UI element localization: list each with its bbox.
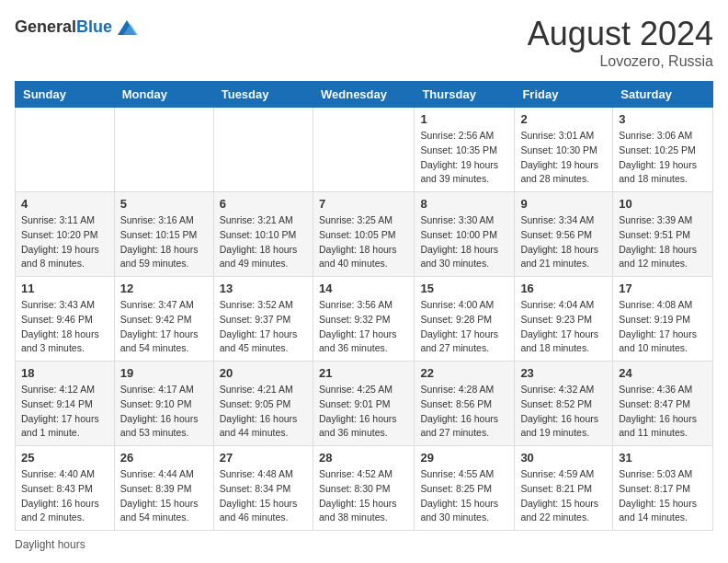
day-info: Sunrise: 4:00 AMSunset: 9:28 PMDaylight:… (420, 298, 508, 356)
day-info: Sunrise: 3:21 AMSunset: 10:10 PMDaylight… (220, 213, 307, 271)
day-info: Sunrise: 2:56 AMSunset: 10:35 PMDaylight… (420, 129, 508, 187)
day-info: Sunrise: 4:44 AMSunset: 8:39 PMDaylight:… (120, 467, 208, 525)
calendar-cell: 14Sunrise: 3:56 AMSunset: 9:32 PMDayligh… (313, 277, 414, 362)
day-number: 31 (619, 451, 707, 465)
day-number: 1 (420, 112, 508, 126)
logo-general-text: General (15, 17, 76, 36)
calendar-cell: 7Sunrise: 3:25 AMSunset: 10:05 PMDayligh… (313, 192, 414, 277)
calendar-cell: 3Sunrise: 3:06 AMSunset: 10:25 PMDayligh… (613, 108, 713, 192)
day-number: 12 (120, 282, 208, 295)
day-number: 10 (619, 197, 707, 211)
calendar-cell: 16Sunrise: 4:04 AMSunset: 9:23 PMDayligh… (515, 277, 613, 362)
day-number: 25 (21, 451, 108, 465)
day-number: 9 (520, 197, 607, 211)
day-info: Sunrise: 3:16 AMSunset: 10:15 PMDaylight… (120, 213, 208, 271)
calendar-cell: 22Sunrise: 4:28 AMSunset: 8:56 PMDayligh… (415, 362, 515, 446)
calendar-table: SundayMondayTuesdayWednesdayThursdayFrid… (15, 81, 713, 531)
day-info: Sunrise: 3:39 AMSunset: 9:51 PMDaylight:… (619, 213, 707, 271)
day-info: Sunrise: 4:17 AMSunset: 9:10 PMDaylight:… (120, 383, 208, 441)
day-number: 13 (220, 282, 307, 295)
calendar-cell: 30Sunrise: 4:59 AMSunset: 8:21 PMDayligh… (515, 446, 613, 531)
calendar-cell (313, 108, 414, 192)
title-block: August 2024 Lovozero, Russia (528, 15, 713, 70)
day-number: 7 (319, 197, 408, 211)
day-info: Sunrise: 4:52 AMSunset: 8:30 PMDaylight:… (319, 467, 408, 525)
day-number: 23 (520, 366, 607, 380)
calendar-cell: 19Sunrise: 4:17 AMSunset: 9:10 PMDayligh… (114, 362, 213, 446)
day-number: 22 (420, 366, 508, 380)
day-number: 21 (319, 366, 408, 380)
day-number: 16 (520, 282, 607, 295)
day-info: Sunrise: 4:21 AMSunset: 9:05 PMDaylight:… (220, 383, 307, 441)
calendar-cell: 24Sunrise: 4:36 AMSunset: 8:47 PMDayligh… (613, 362, 713, 446)
calendar-cell: 29Sunrise: 4:55 AMSunset: 8:25 PMDayligh… (415, 446, 515, 531)
day-info: Sunrise: 4:28 AMSunset: 8:56 PMDaylight:… (420, 383, 508, 441)
col-header-friday: Friday (515, 82, 613, 108)
week-row-1: 1Sunrise: 2:56 AMSunset: 10:35 PMDayligh… (16, 108, 713, 192)
day-info: Sunrise: 4:08 AMSunset: 9:19 PMDaylight:… (619, 298, 707, 356)
calendar-cell: 25Sunrise: 4:40 AMSunset: 8:43 PMDayligh… (16, 446, 115, 531)
calendar-cell: 26Sunrise: 4:44 AMSunset: 8:39 PMDayligh… (114, 446, 213, 531)
day-info: Sunrise: 4:59 AMSunset: 8:21 PMDaylight:… (520, 467, 607, 525)
day-info: Sunrise: 3:47 AMSunset: 9:42 PMDaylight:… (120, 298, 208, 356)
month-year: August 2024 (528, 15, 713, 53)
calendar-cell: 10Sunrise: 3:39 AMSunset: 9:51 PMDayligh… (613, 192, 713, 277)
location: Lovozero, Russia (528, 53, 713, 70)
col-header-monday: Monday (114, 82, 213, 108)
calendar-cell (213, 108, 313, 192)
day-number: 17 (619, 282, 707, 295)
calendar-cell: 23Sunrise: 4:32 AMSunset: 8:52 PMDayligh… (515, 362, 613, 446)
day-number: 15 (420, 282, 508, 295)
day-number: 14 (319, 282, 408, 295)
calendar-cell: 28Sunrise: 4:52 AMSunset: 8:30 PMDayligh… (313, 446, 414, 531)
calendar-cell: 2Sunrise: 3:01 AMSunset: 10:30 PMDayligh… (515, 108, 613, 192)
day-info: Sunrise: 3:34 AMSunset: 9:56 PMDaylight:… (520, 213, 607, 271)
day-number: 5 (120, 197, 208, 211)
day-number: 24 (619, 366, 707, 380)
col-header-sunday: Sunday (16, 82, 115, 108)
day-number: 3 (619, 112, 707, 126)
day-info: Sunrise: 5:03 AMSunset: 8:17 PMDaylight:… (619, 467, 707, 525)
day-info: Sunrise: 3:06 AMSunset: 10:25 PMDaylight… (619, 129, 707, 187)
day-info: Sunrise: 3:43 AMSunset: 9:46 PMDaylight:… (21, 298, 108, 356)
day-info: Sunrise: 4:12 AMSunset: 9:14 PMDaylight:… (21, 383, 108, 441)
day-info: Sunrise: 3:25 AMSunset: 10:05 PMDaylight… (319, 213, 408, 271)
logo: GeneralBlue (15, 15, 140, 40)
calendar-cell: 20Sunrise: 4:21 AMSunset: 9:05 PMDayligh… (213, 362, 313, 446)
day-info: Sunrise: 3:52 AMSunset: 9:37 PMDaylight:… (220, 298, 307, 356)
col-header-tuesday: Tuesday (213, 82, 313, 108)
day-number: 18 (21, 366, 108, 380)
page-header: GeneralBlue August 2024 Lovozero, Russia (15, 15, 713, 70)
day-number: 19 (120, 366, 208, 380)
calendar-cell: 15Sunrise: 4:00 AMSunset: 9:28 PMDayligh… (415, 277, 515, 362)
calendar-cell (16, 108, 115, 192)
calendar-cell: 13Sunrise: 3:52 AMSunset: 9:37 PMDayligh… (213, 277, 313, 362)
footer: Daylight hours (15, 538, 713, 551)
day-number: 26 (120, 451, 208, 465)
calendar-cell: 31Sunrise: 5:03 AMSunset: 8:17 PMDayligh… (613, 446, 713, 531)
day-info: Sunrise: 4:04 AMSunset: 9:23 PMDaylight:… (520, 298, 607, 356)
col-header-saturday: Saturday (613, 82, 713, 108)
calendar-cell: 4Sunrise: 3:11 AMSunset: 10:20 PMDayligh… (16, 192, 115, 277)
day-info: Sunrise: 3:01 AMSunset: 10:30 PMDaylight… (520, 129, 607, 187)
calendar-cell: 27Sunrise: 4:48 AMSunset: 8:34 PMDayligh… (213, 446, 313, 531)
logo-blue-text: Blue (76, 17, 112, 36)
calendar-header-row: SundayMondayTuesdayWednesdayThursdayFrid… (16, 82, 713, 108)
day-number: 6 (220, 197, 307, 211)
day-number: 11 (21, 282, 108, 295)
day-number: 28 (319, 451, 408, 465)
day-info: Sunrise: 4:36 AMSunset: 8:47 PMDaylight:… (619, 383, 707, 441)
col-header-wednesday: Wednesday (313, 82, 414, 108)
calendar-cell: 17Sunrise: 4:08 AMSunset: 9:19 PMDayligh… (613, 277, 713, 362)
day-info: Sunrise: 4:48 AMSunset: 8:34 PMDaylight:… (220, 467, 307, 525)
week-row-4: 18Sunrise: 4:12 AMSunset: 9:14 PMDayligh… (16, 362, 713, 446)
week-row-3: 11Sunrise: 3:43 AMSunset: 9:46 PMDayligh… (16, 277, 713, 362)
day-info: Sunrise: 4:32 AMSunset: 8:52 PMDaylight:… (520, 383, 607, 441)
day-number: 30 (520, 451, 607, 465)
logo-icon (114, 15, 140, 40)
day-info: Sunrise: 3:11 AMSunset: 10:20 PMDaylight… (21, 213, 108, 271)
day-info: Sunrise: 4:40 AMSunset: 8:43 PMDaylight:… (21, 467, 108, 525)
week-row-2: 4Sunrise: 3:11 AMSunset: 10:20 PMDayligh… (16, 192, 713, 277)
day-info: Sunrise: 3:56 AMSunset: 9:32 PMDaylight:… (319, 298, 408, 356)
day-info: Sunrise: 4:55 AMSunset: 8:25 PMDaylight:… (420, 467, 508, 525)
